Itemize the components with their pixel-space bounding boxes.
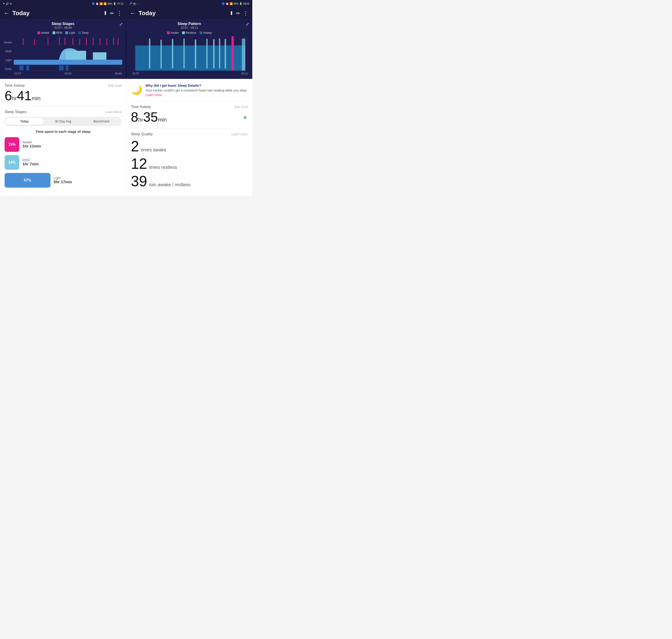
right-share-button[interactable]: ⬆ (229, 10, 233, 16)
time-asleep-title: Time Asleep (4, 83, 25, 88)
learn-more-link[interactable]: Learn More (105, 110, 122, 114)
divider-1 (4, 106, 122, 106)
sleep-quality-stats: 2 times awake 12 times restless 39 min a… (131, 139, 248, 189)
awake-label: Awake (22, 140, 41, 144)
min-unit: min (32, 95, 41, 102)
svg-rect-29 (195, 40, 196, 68)
awake-time: 1hr 11min (22, 144, 41, 149)
left-main: Time Asleep Edit Goal 6hr41min Sleep Sta… (0, 79, 126, 196)
min-awake-restless-row: 39 min awake / restless (131, 174, 248, 189)
min-awake-restless-value: 39 (131, 174, 147, 189)
times-awake-label: times awake (141, 147, 166, 153)
svg-rect-22 (66, 51, 86, 60)
r-edit-goal-link[interactable]: Edit Goal (234, 105, 248, 109)
legend-light: Light (65, 31, 75, 34)
left-status-left-icons: ☀ 🔊 ⊖ (3, 2, 12, 5)
svg-rect-26 (160, 40, 162, 68)
r-minutes-value: 35 (143, 109, 158, 124)
svg-rect-24 (135, 45, 246, 71)
sleep-pattern-svg (132, 36, 249, 71)
legend-rem: REM (52, 31, 62, 34)
y-label-rem: REM (4, 50, 13, 53)
light-time: 5hr 17min (54, 180, 72, 184)
time-asleep-value: 6hr41min (4, 89, 122, 102)
r-x-time-start: 22:57 (132, 72, 139, 75)
svg-rect-13 (65, 37, 65, 45)
sleep-stages-svg (14, 36, 122, 71)
r-hours-value: 8 (131, 109, 138, 124)
minutes-value: 41 (17, 88, 32, 103)
left-chart-panel: Sleep Stages 22:57 - 06:49 Awake REM Lig… (0, 19, 126, 79)
rem-label: REM (22, 158, 39, 162)
tab-benchmark[interactable]: Benchmark (82, 118, 121, 125)
left-edit-button[interactable]: ✏ (110, 11, 114, 16)
r-legend-restless: Restless (182, 31, 196, 34)
y-label-light: Light (4, 59, 13, 62)
svg-rect-17 (93, 37, 94, 45)
r-x-time-end: 08:11 (241, 72, 248, 75)
right-chart-legend: Awake Restless Asleep (130, 31, 249, 34)
svg-rect-15 (79, 39, 80, 45)
right-expand-icon[interactable]: ⤢ (246, 22, 249, 27)
left-chart-subtitle: 22:57 - 06:49 (4, 26, 122, 29)
tab-today[interactable]: Today (5, 118, 44, 125)
hours-value: 6 (4, 88, 12, 103)
r-learn-more-link[interactable]: Learn more (231, 133, 248, 136)
light-badge: 67% (4, 173, 50, 188)
svg-rect-10 (34, 39, 35, 45)
legend-awake: Awake (37, 31, 49, 34)
sleep-stages-header: Sleep Stages Learn More (4, 110, 122, 114)
stage-row-rem: 14% REM 1hr 7min (4, 155, 122, 170)
time-asleep-header: Time Asleep Edit Goal (4, 83, 122, 88)
right-chart-panel: Sleep Pattern 22:57 - 08:11 Awake Restle… (126, 19, 252, 79)
svg-rect-12 (59, 37, 60, 45)
right-back-button[interactable]: ← (130, 10, 136, 17)
tab-30day[interactable]: 30 Day Avg (44, 118, 82, 125)
right-more-button[interactable]: ⋮ (243, 10, 249, 16)
r-legend-asleep: Asleep (200, 31, 212, 34)
info-box-text: Why did I get basic Sleep Details? Your … (146, 83, 248, 97)
sleep-quality-title: Sleep Quality (131, 132, 153, 136)
headers: ← Today ⬆ ✏ ⋮ ← Today ⬆ ✏ ⋮ (0, 7, 252, 19)
r-legend-awake: Awake (167, 31, 179, 34)
svg-rect-9 (23, 38, 24, 45)
chart-row: Sleep Stages 22:57 - 06:49 Awake REM Lig… (0, 19, 252, 79)
right-main: 🌙 Why did I get basic Sleep Details? You… (126, 79, 252, 196)
svg-rect-20 (113, 38, 114, 45)
right-status-left-icons: 🎤 📷 ··· (129, 2, 139, 5)
times-awake-value: 2 (131, 139, 139, 154)
learn-more-link-right[interactable]: Learn more (146, 93, 162, 97)
achievement-star-icon: ★ (243, 114, 248, 121)
min-awake-restless-label: min awake / restless (149, 182, 191, 187)
svg-rect-21 (118, 38, 118, 45)
hr-unit: hr (12, 95, 17, 102)
r-time-asleep-row: 8hr35min ★ (131, 110, 248, 125)
x-time-start: 22:57 (14, 72, 21, 75)
svg-rect-5 (19, 65, 24, 71)
left-expand-icon[interactable]: ⤢ (119, 22, 123, 27)
edit-goal-link[interactable]: Edit Goal (108, 84, 122, 88)
r-time-asleep-title: Time Asleep (131, 105, 151, 109)
legend-deep: Deep (78, 31, 89, 34)
times-awake-row: 2 times awake (131, 139, 248, 154)
moon-icon: 🌙 (131, 84, 142, 95)
svg-rect-7 (59, 65, 64, 71)
info-box-title: Why did I get basic Sleep Details? (146, 83, 248, 88)
left-back-button[interactable]: ← (4, 10, 10, 17)
left-more-button[interactable]: ⋮ (117, 10, 123, 16)
divider-r-1 (131, 128, 248, 128)
r-min-unit: min (158, 116, 167, 123)
awake-badge: 15% (4, 137, 19, 152)
svg-rect-28 (184, 38, 185, 68)
times-restless-row: 12 times restless (131, 156, 248, 171)
stage-row-awake: 15% Awake 1hr 11min (4, 137, 122, 152)
r-hr-unit: hr (138, 116, 143, 123)
left-share-button[interactable]: ⬆ (103, 10, 107, 16)
svg-rect-34 (232, 36, 234, 71)
rem-info: REM 1hr 7min (22, 158, 39, 167)
right-edit-button[interactable]: ✏ (236, 11, 240, 16)
svg-rect-18 (99, 38, 100, 45)
right-chart-title: Sleep Pattern (130, 22, 249, 26)
svg-rect-33 (225, 39, 226, 68)
r-time-asleep-header: Time Asleep Edit Goal (131, 105, 248, 109)
